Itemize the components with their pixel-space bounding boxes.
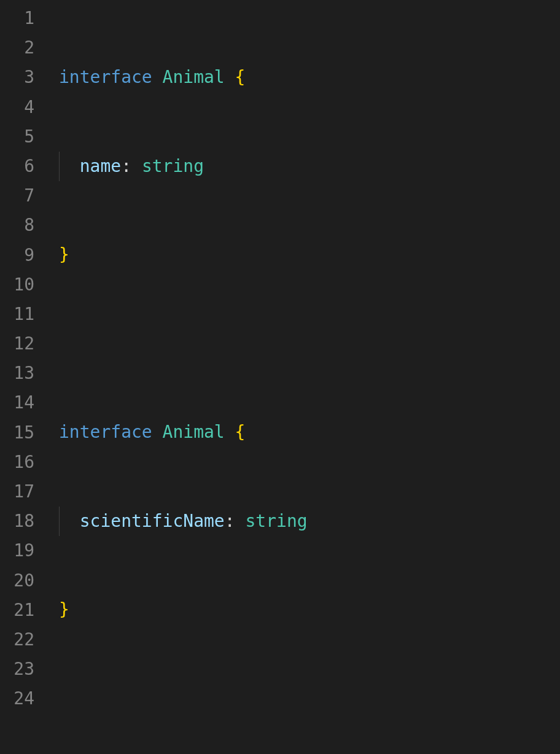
line-number: 22	[0, 625, 34, 655]
indent-guide	[59, 152, 60, 181]
code-line[interactable]: }	[59, 240, 560, 270]
code-line[interactable]: interface Animal {	[59, 418, 560, 447]
line-number: 14	[0, 388, 34, 418]
line-number-gutter: 1 2 3 4 5 6 7 8 9 10 11 12 13 14 15 16 1…	[0, 0, 48, 754]
code-line[interactable]	[59, 329, 560, 359]
line-number: 1	[0, 4, 34, 33]
line-number: 20	[0, 566, 34, 596]
line-number: 4	[0, 93, 34, 122]
code-line[interactable]: name: string	[59, 152, 560, 181]
line-number: 18	[0, 507, 34, 536]
code-editor[interactable]: 1 2 3 4 5 6 7 8 9 10 11 12 13 14 15 16 1…	[0, 0, 560, 754]
line-number: 13	[0, 359, 34, 388]
line-number: 3	[0, 63, 34, 92]
line-number: 24	[0, 684, 34, 713]
line-number: 15	[0, 418, 34, 448]
line-number: 19	[0, 536, 34, 566]
line-number: 2	[0, 33, 34, 63]
line-number: 7	[0, 181, 34, 211]
code-line[interactable]: interface Animal {	[59, 63, 560, 92]
line-number: 17	[0, 477, 34, 507]
line-number: 6	[0, 152, 34, 181]
line-number: 5	[0, 122, 34, 152]
code-area[interactable]: interface Animal { name: string } interf…	[48, 0, 560, 754]
line-number: 23	[0, 655, 34, 684]
line-number: 12	[0, 329, 34, 359]
code-line[interactable]: scientificName: string	[59, 507, 560, 536]
indent-guide	[59, 507, 60, 536]
line-number: 8	[0, 211, 34, 240]
line-number: 21	[0, 596, 34, 625]
line-number: 11	[0, 300, 34, 329]
line-number: 16	[0, 448, 34, 477]
line-number: 10	[0, 270, 34, 300]
code-line[interactable]	[59, 684, 560, 713]
code-line[interactable]: }	[59, 595, 560, 624]
line-number: 9	[0, 241, 34, 270]
